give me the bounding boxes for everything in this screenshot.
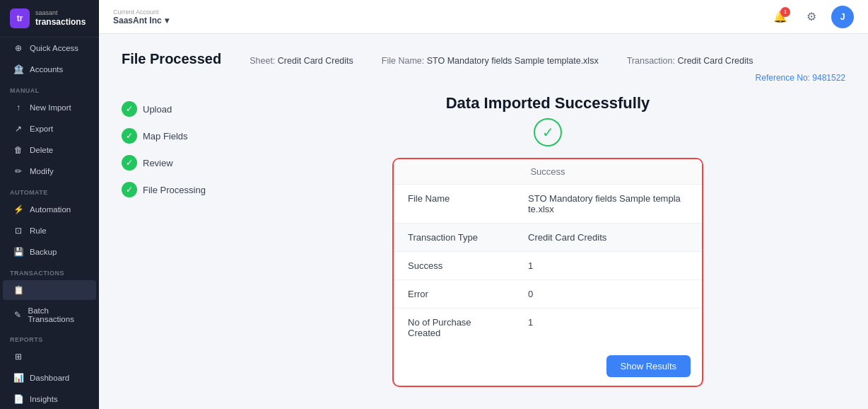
success-check-icon: ✓ <box>534 118 562 146</box>
sidebar-label-modify: Modify <box>30 167 54 175</box>
sidebar-item-delete[interactable]: 🗑 Delete <box>3 140 96 160</box>
table-row: Transaction Type Credit Card Credits <box>394 224 702 252</box>
sidebar-item-export[interactable]: ↗ Export <box>3 119 96 139</box>
reference-value: 9481522 <box>812 73 845 83</box>
section-manual: MANUAL <box>0 80 99 97</box>
sheet-meta: Sheet: Credit Card Credits <box>250 56 353 66</box>
accounts-icon: 🏦 <box>13 64 24 74</box>
content-body: ✓ Upload ✓ Map Fields ✓ Review ✓ File Pr… <box>122 94 845 387</box>
sidebar-item-account-summary[interactable]: 📄 Insights <box>3 389 96 409</box>
step-review: ✓ Review <box>122 151 228 175</box>
steps-column: ✓ Upload ✓ Map Fields ✓ Review ✓ File Pr… <box>122 94 228 387</box>
sidebar-label-rule: Rule <box>30 226 47 235</box>
quick-access-icon: ⊕ <box>13 43 24 53</box>
account-selector[interactable]: Current Account SaasAnt Inc ▾ <box>113 8 169 25</box>
sheet-value: Credit Card Credits <box>278 56 353 66</box>
step-review-label: Review <box>143 158 173 168</box>
row-value-success: 1 <box>514 252 702 280</box>
step-file-processing: ✓ File Processing <box>122 178 228 202</box>
account-chevron-icon: ▾ <box>165 16 169 25</box>
show-results-button[interactable]: Show Results <box>606 355 691 377</box>
success-area: Data Imported Successfully ✓ Success Fil… <box>250 94 845 387</box>
result-table: File Name STO Mandatory fields Sample te… <box>394 185 702 347</box>
settings-button[interactable]: ⚙ <box>800 6 823 28</box>
transaction-value: Credit Card Credits <box>677 56 753 66</box>
transaction-meta: Transaction: Credit Card Credits <box>627 56 753 66</box>
dashboard-icon: ⊞ <box>13 352 24 362</box>
notification-badge: 1 <box>780 7 790 17</box>
row-value-error: 0 <box>514 280 702 308</box>
brand-name: saasant <box>35 9 86 17</box>
sidebar-item-dashboard[interactable]: ⊞ <box>3 347 96 367</box>
avatar[interactable]: J <box>831 6 854 28</box>
transaction-label: Transaction: <box>627 56 675 66</box>
step-upload-label: Upload <box>143 104 172 115</box>
sidebar-label-quick-access: Quick Access <box>30 44 78 52</box>
result-footer: Show Results <box>394 347 702 386</box>
logo-icon: tr <box>10 8 30 28</box>
step-map-fields-check: ✓ <box>122 128 137 144</box>
sidebar-item-rule[interactable]: ⊡ Rule <box>3 221 96 241</box>
product-name: transactions <box>35 17 86 27</box>
sidebar-item-insights[interactable]: 📊 Dashboard <box>3 368 96 388</box>
step-file-processing-check: ✓ <box>122 182 137 197</box>
account-label: Current Account <box>113 8 169 16</box>
rule-icon: ⊡ <box>13 226 24 236</box>
sheet-label: Sheet: <box>250 56 275 66</box>
section-transactions: TRANSACTIONS <box>0 263 99 280</box>
sidebar-label-new-import: New Import <box>30 103 71 112</box>
row-label-transaction-type: Transaction Type <box>394 224 514 251</box>
section-automate: AUTOMATE <box>0 182 99 199</box>
row-label-filename: File Name <box>394 185 514 223</box>
page-meta: Sheet: Credit Card Credits File Name: ST… <box>250 56 845 66</box>
sidebar-item-automation[interactable]: ⚡ Automation <box>3 200 96 219</box>
filename-label: File Name: <box>382 56 424 66</box>
step-map-fields-label: Map Fields <box>143 131 188 142</box>
main-area: Current Account SaasAnt Inc ▾ 🔔 1 ⚙ J Fi… <box>99 0 868 409</box>
sidebar-label-backup: Backup <box>30 248 57 256</box>
section-reports: REPORTS <box>0 329 99 346</box>
page-content: File Processed Sheet: Credit Card Credit… <box>99 34 868 409</box>
sidebar-label-automation: Automation <box>30 205 71 214</box>
sidebar-item-modify[interactable]: ✏ Modify <box>3 161 96 181</box>
sidebar-item-quick-access[interactable]: ⊕ Quick Access <box>3 38 96 58</box>
result-card: Success File Name STO Mandatory fields S… <box>392 158 703 387</box>
sidebar-item-batch-transactions[interactable]: 📋 <box>3 280 96 300</box>
sidebar-label-live-edit: Batch Transactions <box>28 306 87 323</box>
table-row: Error 0 <box>394 280 702 309</box>
sidebar-logo: tr saasant transactions <box>0 0 99 38</box>
insights-icon: 📊 <box>13 373 24 383</box>
sidebar-label-account-summary: Insights <box>30 395 58 403</box>
automation-icon: ⚡ <box>13 204 24 214</box>
filename-value: STO Mandatory fields Sample template.xls… <box>427 56 599 66</box>
step-map-fields: ✓ Map Fields <box>122 124 228 148</box>
account-name: SaasAnt Inc ▾ <box>113 16 169 25</box>
account-name-text: SaasAnt Inc <box>113 16 162 25</box>
delete-icon: 🗑 <box>13 145 24 155</box>
row-value-purchase: 1 <box>514 309 702 347</box>
backup-icon: 💾 <box>13 247 24 257</box>
notification-button[interactable]: 🔔 1 <box>769 6 792 28</box>
header-icons: 🔔 1 ⚙ J <box>769 6 854 28</box>
sidebar-label-export: Export <box>30 125 53 133</box>
top-header: Current Account SaasAnt Inc ▾ 🔔 1 ⚙ J <box>99 0 868 34</box>
table-row: File Name STO Mandatory fields Sample te… <box>394 185 702 224</box>
sidebar-item-backup[interactable]: 💾 Backup <box>3 242 96 262</box>
table-row: Success 1 <box>394 252 702 280</box>
page-title: File Processed <box>122 51 221 67</box>
sidebar-item-accounts[interactable]: 🏦 Accounts <box>3 59 96 79</box>
modify-icon: ✏ <box>13 166 24 176</box>
sidebar-item-new-import[interactable]: ↑ New Import <box>3 98 96 117</box>
row-value-filename: STO Mandatory fields Sample templa te.xl… <box>514 185 702 223</box>
row-label-success: Success <box>394 252 514 280</box>
filename-meta: File Name: STO Mandatory fields Sample t… <box>382 56 599 66</box>
step-file-processing-label: File Processing <box>143 185 206 195</box>
step-upload-check: ✓ <box>122 101 137 117</box>
export-icon: ↗ <box>13 124 24 134</box>
sidebar-item-live-edit[interactable]: ✎ Batch Transactions <box>3 301 96 328</box>
step-upload: ✓ Upload <box>122 97 228 121</box>
sidebar-label-delete: Delete <box>30 146 53 154</box>
reference-no: Reference No: 9481522 <box>122 73 845 83</box>
row-value-transaction-type: Credit Card Credits <box>514 224 702 251</box>
step-review-check: ✓ <box>122 155 137 171</box>
